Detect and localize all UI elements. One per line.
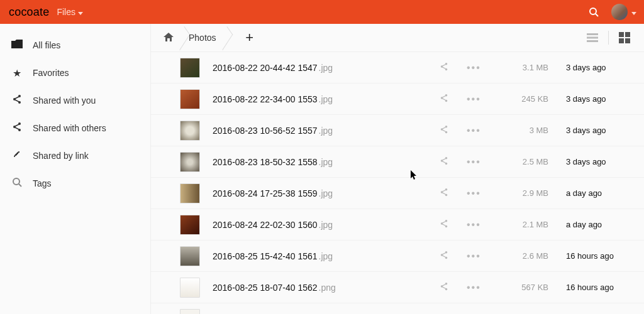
file-basename: 2016-08-22 20-44-42 1547 — [213, 63, 318, 73]
chevron-down-icon — [78, 7, 83, 17]
sidebar-item-all-files[interactable]: All files — [0, 31, 150, 59]
file-thumbnail — [180, 152, 200, 172]
file-row[interactable]: 2016-08-22 22-34-00 1553.jpg•••245 KB3 d… — [151, 84, 644, 115]
file-size: 2.5 MB — [504, 157, 548, 166]
file-row[interactable]: 2016-08-23 10-56-52 1557.jpg•••3 MB3 day… — [151, 115, 644, 146]
view-grid-button[interactable] — [618, 31, 631, 45]
sidebar-item-shared-with-others[interactable]: Shared with others — [0, 114, 150, 142]
file-ext: .jpg — [319, 126, 333, 136]
file-thumbnail — [180, 89, 200, 109]
file-thumbnail — [180, 309, 200, 315]
svg-rect-15 — [619, 38, 624, 43]
file-size: 3 MB — [504, 126, 548, 135]
share-icon[interactable] — [438, 62, 450, 73]
file-size: 3.1 MB — [504, 63, 548, 72]
file-date: 3 days ago — [566, 126, 635, 135]
file-date: 3 days ago — [566, 157, 635, 166]
app-menu[interactable]: Files — [57, 7, 83, 17]
file-ext: .jpg — [319, 251, 333, 261]
file-thumbnail — [180, 215, 200, 235]
file-thumbnail — [180, 278, 200, 298]
file-name: 2016-08-24 17-25-38 1559.jpg — [213, 188, 438, 198]
sidebar-item-label: Favorites — [33, 68, 69, 78]
app-header: cocoate Files — [0, 0, 644, 24]
sidebar-item-favorites[interactable]: ★ Favorites — [0, 59, 150, 87]
file-basename: 2016-08-22 22-34-00 1553 — [213, 94, 318, 104]
file-list: 2016-08-22 20-44-42 1547.jpg•••3.1 MB3 d… — [151, 52, 644, 314]
svg-rect-10 — [587, 33, 598, 35]
more-icon[interactable]: ••• — [467, 219, 479, 230]
svg-rect-14 — [625, 32, 630, 37]
share-icon[interactable] — [438, 188, 450, 199]
file-basename: 2016-08-25 15-42-40 1561 — [213, 251, 318, 261]
file-ext: .png — [319, 283, 336, 293]
file-row[interactable]: 2016-08-25 15-42-40 1561.jpg•••2.6 MB16 … — [151, 241, 644, 272]
file-name: 2016-08-23 10-56-52 1557.jpg — [213, 126, 438, 136]
share-icon[interactable] — [438, 219, 450, 230]
file-basename: 2016-08-23 10-56-52 1557 — [213, 126, 318, 136]
file-ext: .jpg — [319, 94, 333, 104]
breadcrumb-current[interactable]: Photos — [182, 24, 225, 51]
svg-line-1 — [596, 14, 598, 16]
file-row[interactable]: 2016-08-25 18-35-03 1563.png•••87 KB16 h… — [151, 303, 644, 314]
file-thumbnail — [180, 121, 200, 141]
file-date: 16 hours ago — [566, 251, 635, 261]
file-date: 3 days ago — [566, 94, 635, 104]
share-icon — [11, 94, 23, 107]
file-date: a day ago — [566, 188, 635, 198]
more-icon[interactable]: ••• — [467, 251, 479, 262]
file-size: 2.1 MB — [504, 220, 548, 229]
file-basename: 2016-08-25 18-07-40 1562 — [213, 283, 318, 293]
file-row[interactable]: 2016-08-24 22-02-30 1560.jpg•••2.1 MBa d… — [151, 209, 644, 241]
avatar[interactable] — [611, 4, 628, 20]
svg-line-9 — [19, 184, 21, 187]
file-date: 3 days ago — [566, 63, 635, 72]
breadcrumb-home[interactable] — [157, 24, 182, 51]
sidebar-item-shared-by-link[interactable]: Shared by link — [0, 142, 150, 170]
share-icon[interactable] — [438, 125, 450, 136]
add-button[interactable]: + — [239, 27, 260, 48]
user-menu-caret-icon[interactable] — [631, 7, 636, 17]
sidebar-item-label: Shared with you — [33, 95, 96, 106]
more-icon[interactable]: ••• — [467, 94, 479, 105]
more-icon[interactable]: ••• — [467, 125, 479, 136]
file-basename: 2016-08-24 22-02-30 1560 — [213, 220, 318, 230]
svg-point-8 — [13, 178, 19, 185]
svg-rect-13 — [619, 32, 624, 37]
file-basename: 2016-08-23 18-50-32 1558 — [213, 157, 318, 167]
file-name: 2016-08-25 18-07-40 1562.png — [213, 283, 438, 293]
search-icon[interactable] — [586, 7, 601, 17]
file-ext: .jpg — [319, 157, 333, 167]
divider — [608, 31, 609, 45]
sidebar-item-label: Tags — [33, 178, 52, 188]
more-icon[interactable]: ••• — [467, 156, 479, 168]
sidebar-item-tags[interactable]: Tags — [0, 170, 150, 197]
share-icon — [11, 122, 23, 134]
file-thumbnail — [180, 246, 200, 266]
sidebar-item-shared-with-you[interactable]: Shared with you — [0, 87, 150, 114]
file-date: 16 hours ago — [566, 283, 635, 292]
share-icon[interactable] — [438, 156, 450, 168]
file-name: 2016-08-22 20-44-42 1547.jpg — [213, 63, 438, 73]
breadcrumb-label: Photos — [189, 33, 216, 43]
more-icon[interactable]: ••• — [467, 282, 479, 293]
file-size: 2.6 MB — [504, 251, 548, 261]
view-list-button[interactable] — [586, 31, 599, 45]
share-icon[interactable] — [438, 251, 450, 262]
brand: cocoate — [9, 6, 49, 19]
more-icon[interactable]: ••• — [467, 62, 479, 73]
share-icon[interactable] — [438, 282, 450, 293]
sidebar-item-label: Shared with others — [33, 123, 106, 133]
file-row[interactable]: 2016-08-22 20-44-42 1547.jpg•••3.1 MB3 d… — [151, 52, 644, 84]
svg-rect-12 — [587, 40, 598, 42]
file-row[interactable]: 2016-08-24 17-25-38 1559.jpg•••2.9 MBa d… — [151, 178, 644, 209]
file-name: 2016-08-24 22-02-30 1560.jpg — [213, 220, 438, 230]
file-size: 2.9 MB — [504, 188, 548, 198]
sidebar-item-label: Shared by link — [33, 151, 89, 161]
share-icon[interactable] — [438, 94, 450, 105]
file-row[interactable]: 2016-08-25 18-07-40 1562.png•••567 KB16 … — [151, 272, 644, 303]
sidebar-item-label: All files — [33, 40, 60, 50]
file-row[interactable]: 2016-08-23 18-50-32 1558.jpg•••2.5 MB3 d… — [151, 146, 644, 178]
more-icon[interactable]: ••• — [467, 188, 479, 199]
file-ext: .jpg — [319, 220, 333, 230]
